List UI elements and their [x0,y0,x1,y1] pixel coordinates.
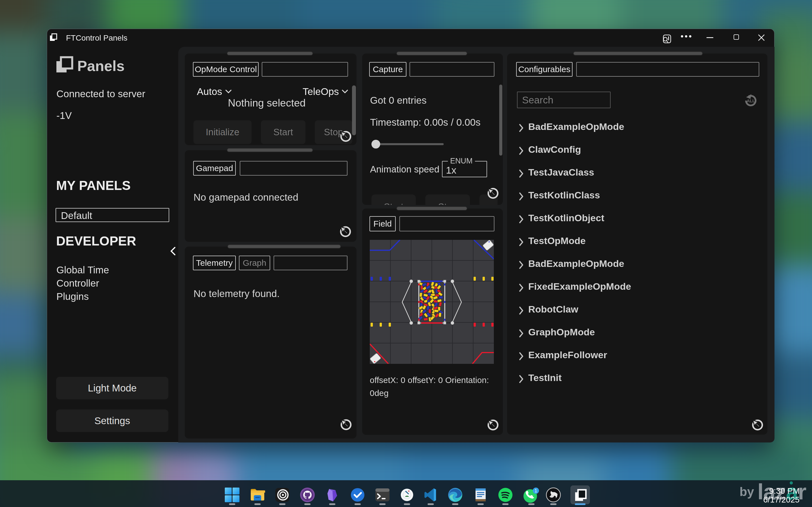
svg-text:1: 1 [535,489,537,493]
svg-text:ALL: ALL [747,98,755,103]
